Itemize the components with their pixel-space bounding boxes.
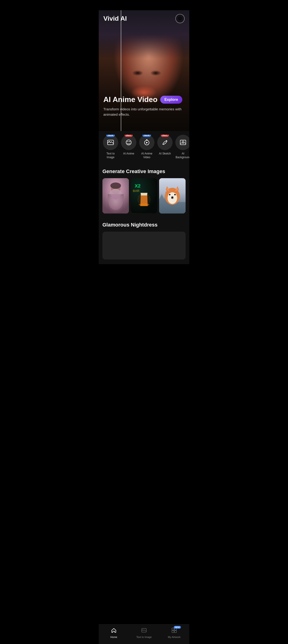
- hero-feature-title: AI Anime Video: [103, 95, 158, 104]
- hero-section: Vivid AI ⚙ AI Anime Video Explore Transf…: [99, 10, 189, 131]
- gear-icon: ⚙: [178, 16, 182, 21]
- svg-point-5: [182, 141, 184, 143]
- svg-text:X2: X2: [135, 183, 140, 188]
- tool-badge-hot-ai-sketch: HOT: [161, 135, 169, 137]
- hero-bottom-content: AI Anime Video Explore Transform videos …: [103, 95, 185, 117]
- tool-icon-wrap-ai-anime-video: NEW: [139, 135, 154, 150]
- tool-circle-ai-anime-video: [139, 135, 154, 150]
- tool-label-text-to-image: Text toImage: [106, 152, 114, 159]
- svg-rect-6: [102, 178, 129, 214]
- creative-images-grid: X2 BAR: [102, 178, 186, 214]
- tool-item-ai-background[interactable]: AIBackground: [175, 135, 189, 159]
- tool-icon-wrap-text-to-image: NEW: [103, 135, 118, 150]
- hero-header: Vivid AI ⚙: [103, 14, 185, 23]
- svg-rect-10: [108, 194, 124, 214]
- tool-badge-new-ai-anime-video: NEW: [142, 135, 151, 137]
- tool-label-ai-sketch: AI Sketch: [159, 152, 171, 156]
- glamorous-section-title: Glamorous Nightdress: [102, 222, 186, 228]
- bottom-padding: [99, 264, 189, 283]
- tool-icon-wrap-ai-background: [175, 135, 189, 150]
- status-bar: [99, 0, 189, 10]
- tools-section: NEW Text toImage HOT: [99, 131, 189, 164]
- tool-label-ai-anime: AI Anime: [123, 152, 134, 156]
- tool-item-ai-sketch[interactable]: HOT AI Sketch: [157, 135, 173, 159]
- svg-point-7: [111, 182, 120, 194]
- settings-button[interactable]: ⚙: [175, 14, 185, 23]
- creative-image-beer[interactable]: X2 BAR: [131, 178, 157, 214]
- hero-title-row: AI Anime Video Explore: [103, 95, 185, 104]
- tool-badge-hot-ai-anime: HOT: [124, 135, 132, 137]
- tool-badge-new-text-to-image: NEW: [106, 135, 115, 137]
- tools-scroll-container: NEW Text toImage HOT: [99, 135, 189, 159]
- svg-point-9: [108, 189, 124, 210]
- svg-point-16: [138, 193, 151, 206]
- creative-section-title: Generate Creative Images: [102, 168, 186, 174]
- tool-item-ai-anime[interactable]: HOT AI Anime: [120, 135, 137, 159]
- glamorous-placeholder-card: [102, 232, 186, 260]
- hero-description: Transform videos into unforgettable memo…: [103, 107, 185, 117]
- svg-point-23: [174, 194, 176, 196]
- tool-icon-wrap-ai-anime: HOT: [121, 135, 136, 150]
- tool-circle-ai-sketch: [157, 135, 172, 150]
- tool-label-ai-anime-video: AI AnimeVideo: [141, 152, 152, 159]
- tool-circle-text-to-image: [103, 135, 118, 150]
- tool-label-ai-background: AIBackground: [176, 152, 189, 159]
- svg-point-2: [126, 140, 131, 145]
- explore-button[interactable]: Explore: [160, 96, 182, 104]
- creative-images-section: Generate Creative Images: [99, 164, 189, 218]
- tool-item-ai-anime-video[interactable]: NEW AI AnimeVideo: [139, 135, 155, 159]
- svg-point-1: [109, 141, 110, 142]
- creative-image-woman[interactable]: [102, 178, 129, 214]
- app-title: Vivid AI: [103, 15, 127, 22]
- svg-point-8: [110, 182, 121, 189]
- svg-point-24: [171, 196, 173, 198]
- glamorous-section: Glamorous Nightdress: [99, 218, 189, 264]
- svg-text:BAR: BAR: [133, 189, 139, 193]
- tool-circle-ai-anime: [121, 135, 136, 150]
- creative-image-fox[interactable]: [159, 178, 186, 214]
- tool-icon-wrap-ai-sketch: HOT: [157, 135, 172, 150]
- tool-item-text-to-image[interactable]: NEW Text toImage: [102, 135, 119, 159]
- tool-circle-ai-background: [175, 135, 189, 150]
- svg-point-22: [169, 194, 170, 196]
